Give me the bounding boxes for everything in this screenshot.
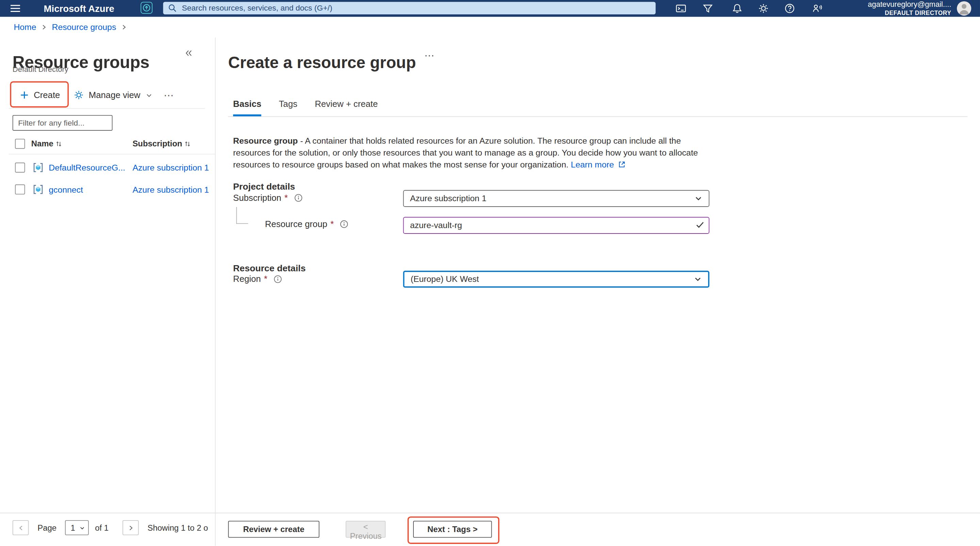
manage-view-label: Manage view	[89, 90, 140, 100]
upgrade-icon[interactable]	[140, 2, 153, 14]
ellipsis-icon: ⋯	[424, 50, 435, 60]
breadcrumb-home[interactable]: Home	[14, 22, 36, 32]
previous-page-button[interactable]	[13, 520, 29, 535]
azure-portal: Microsoft Azure	[0, 0, 980, 546]
chevron-down-icon	[145, 92, 152, 99]
double-chevron-left-icon	[184, 49, 193, 57]
section-resource-details: Resource details	[233, 263, 305, 273]
more-commands-button[interactable]: ⋯	[160, 89, 178, 102]
select-all-checkbox[interactable]	[15, 139, 25, 151]
resource-group-icon	[33, 162, 44, 173]
row-checkbox[interactable]	[15, 163, 25, 173]
chevron-left-icon	[18, 524, 24, 531]
section-project-details: Project details	[233, 181, 295, 191]
external-link-icon	[618, 160, 626, 168]
settings-button[interactable]	[754, 0, 772, 17]
bell-icon	[732, 3, 742, 14]
chevron-right-icon	[128, 524, 134, 531]
column-header-name[interactable]: Name	[31, 139, 62, 148]
required-marker: *	[264, 274, 267, 283]
info-icon[interactable]	[294, 193, 302, 202]
previous-button[interactable]: < Previous	[346, 521, 386, 538]
account-info[interactable]: agatevureglory@gmail.... DEFAULT DIRECTO…	[835, 1, 951, 17]
directories-filter-button[interactable]	[698, 0, 717, 17]
tab-tags[interactable]: Tags	[279, 99, 297, 116]
notifications-button[interactable]	[727, 0, 746, 17]
description-text: Resource group - A container that holds …	[233, 135, 703, 170]
row-checkbox[interactable]	[15, 185, 25, 194]
topbar: Microsoft Azure	[0, 0, 980, 17]
hamburger-menu-button[interactable]	[5, 0, 25, 17]
search-input[interactable]	[181, 3, 651, 13]
region-label: Region *	[233, 274, 282, 283]
help-button[interactable]	[780, 0, 799, 17]
directories-filter-icon	[702, 3, 713, 14]
hamburger-icon	[9, 2, 21, 14]
footer-divider	[0, 513, 980, 513]
chevron-down-icon	[79, 525, 85, 531]
next-page-button[interactable]	[123, 520, 139, 535]
manage-view-gear-icon	[74, 90, 84, 100]
resource-group-link[interactable]: gconnect	[49, 185, 83, 195]
region-select[interactable]: (Europe) UK West	[403, 271, 710, 288]
table-row[interactable]: DefaultResourceG... Azure subscription 1	[0, 158, 215, 179]
more-options-button[interactable]: ⋯	[421, 49, 439, 62]
directory-subtitle: Default Directory	[13, 65, 68, 74]
create-button[interactable]: Create	[16, 84, 64, 106]
resource-group-label: Resource group *	[265, 219, 348, 229]
avatar[interactable]	[957, 2, 971, 16]
subscription-link[interactable]: Azure subscription 1	[132, 185, 209, 195]
resource-group-icon	[33, 184, 44, 195]
account-email: agatevureglory@gmail....	[835, 1, 951, 9]
subscription-link[interactable]: Azure subscription 1	[132, 163, 209, 173]
showing-records-text: Showing 1 to 2 o	[147, 523, 215, 533]
feedback-icon	[811, 3, 822, 14]
field-connector-line	[236, 207, 248, 224]
review-create-button[interactable]: Review + create	[228, 521, 319, 538]
ellipsis-icon: ⋯	[164, 90, 174, 100]
plus-icon	[20, 91, 29, 99]
help-icon	[784, 3, 795, 14]
account-directory: DEFAULT DIRECTORY	[835, 10, 951, 17]
required-marker: *	[331, 219, 334, 229]
resource-group-link[interactable]: DefaultResourceG...	[49, 163, 125, 173]
command-bar: Create Manage view ⋯	[0, 84, 215, 106]
brand-title: Microsoft Azure	[44, 0, 115, 17]
chevron-down-icon	[695, 194, 703, 202]
page-number-select[interactable]: 1	[65, 520, 89, 535]
divider	[9, 108, 205, 109]
feedback-button[interactable]	[808, 0, 826, 17]
next-tags-button[interactable]: Next : Tags >	[413, 521, 492, 538]
manage-view-button[interactable]: Manage view	[70, 84, 156, 106]
cloud-shell-button[interactable]	[671, 0, 690, 17]
create-resource-group-panel: Create a resource group ⋯ Basics Tags Re…	[216, 37, 980, 546]
avatar-icon	[957, 2, 971, 16]
resource-groups-panel: Resource groups Default Directory Create…	[0, 37, 215, 546]
resource-group-name-input[interactable]	[403, 217, 710, 234]
tab-bar: Basics Tags Review + create	[228, 98, 967, 117]
create-button-label: Create	[34, 90, 60, 100]
table-row[interactable]: gconnect Azure subscription 1	[0, 179, 215, 201]
subscription-label: Subscription *	[233, 193, 302, 202]
search-icon	[168, 4, 177, 13]
info-icon[interactable]	[340, 220, 348, 228]
filter-input[interactable]	[13, 115, 113, 131]
main-title: Create a resource group	[228, 53, 416, 73]
tab-basics[interactable]: Basics	[233, 99, 261, 116]
page-of-label: of 1	[95, 523, 108, 533]
subscription-select[interactable]: Azure subscription 1	[403, 190, 710, 207]
chevron-down-icon	[694, 275, 702, 283]
valid-check-icon	[695, 221, 705, 229]
gear-icon	[758, 3, 768, 14]
breadcrumb-resource-groups[interactable]: Resource groups	[52, 22, 116, 32]
global-search	[163, 2, 655, 14]
learn-more-link[interactable]: Learn more	[571, 160, 614, 169]
page-label: Page	[37, 523, 56, 533]
info-icon[interactable]	[274, 275, 282, 283]
tab-review-create[interactable]: Review + create	[315, 99, 378, 116]
column-header-subscription[interactable]: Subscription	[132, 139, 191, 148]
collapse-panel-button[interactable]	[182, 48, 194, 59]
sort-icon	[56, 140, 62, 147]
breadcrumb: Home Resource groups	[0, 17, 980, 38]
chevron-right-icon	[121, 24, 127, 31]
